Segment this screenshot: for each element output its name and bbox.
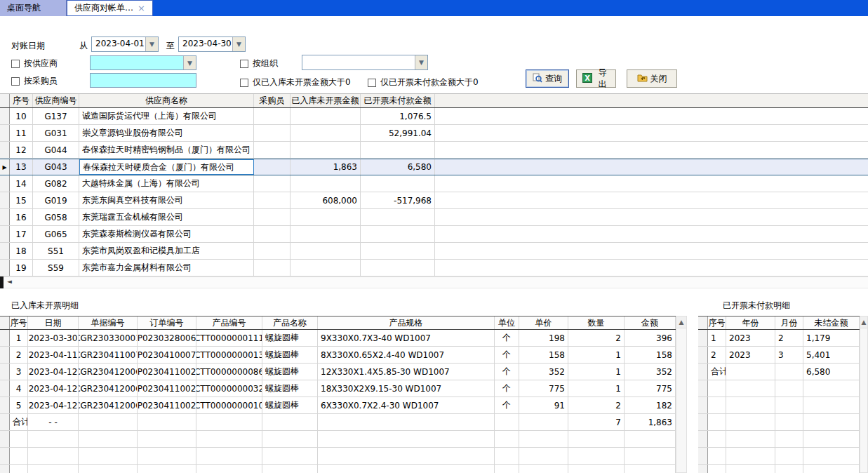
cell[interactable]: 9X330X0.7X3-40 WD1007 (318, 330, 495, 346)
chevron-down-icon[interactable]: ▼ (415, 55, 427, 69)
cell[interactable]: P0230411002 (138, 397, 196, 413)
cell[interactable] (254, 108, 291, 124)
cell[interactable]: 东莞瑞霆五金机械有限公司 (79, 209, 254, 225)
cell[interactable] (254, 142, 291, 158)
scroll-up-icon[interactable]: ▲ (862, 319, 867, 326)
cell[interactable]: 1 (568, 364, 625, 380)
cell[interactable]: 2 (568, 330, 625, 346)
row-header-cell[interactable] (0, 397, 10, 413)
cell[interactable]: 春保森拉天时硬质合金（厦门）有限公司 (79, 159, 254, 175)
table-row[interactable]: 22023-04-11CGR230411007P0230410007CTT000… (0, 347, 676, 364)
cell[interactable]: 2023-04-12 (28, 364, 79, 380)
cell[interactable]: 52,991.04 (361, 125, 435, 141)
header-cell[interactable]: 供应商编号 (33, 94, 79, 107)
close-button[interactable]: 关闭 (627, 69, 677, 88)
cell[interactable]: 2 (10, 347, 28, 363)
row-header-cell[interactable] (0, 260, 10, 276)
header-cell[interactable]: 单位 (495, 317, 519, 329)
header-cell[interactable]: 年份 (726, 317, 775, 329)
cell[interactable]: P0230411002 (138, 364, 196, 380)
cell[interactable]: 775 (519, 380, 568, 397)
cell[interactable]: 螺旋圆棒 (262, 364, 318, 380)
header-cell[interactable]: 未结金额 (803, 317, 860, 329)
header-cell[interactable]: 采购员 (254, 94, 291, 107)
cell[interactable]: 螺旋圆棒 (262, 380, 318, 397)
cell[interactable]: 2023-04-12 (28, 380, 79, 397)
cell[interactable]: 17 (10, 226, 33, 242)
header-cell[interactable]: 数量 (568, 317, 625, 329)
row-header-cell[interactable] (0, 364, 10, 380)
buyer-input[interactable] (90, 73, 196, 88)
invoiced-table-scrollbar[interactable]: ▲ (860, 316, 868, 473)
row-header-cell[interactable] (698, 330, 708, 346)
by-org-checkbox[interactable]: 按组织 (240, 58, 278, 69)
header-cell[interactable]: 序号 (10, 317, 28, 329)
cell[interactable] (291, 243, 361, 259)
scroll-left-icon[interactable]: ◄ (7, 278, 12, 285)
cell[interactable]: 个 (495, 364, 519, 380)
org-combo[interactable]: ▼ (302, 55, 428, 70)
table-row[interactable]: 10G137诚造国际货运代理（上海）有限公司1,076.5 (0, 108, 868, 125)
cell[interactable]: 158 (519, 347, 568, 363)
cell[interactable]: 1 (568, 380, 625, 397)
cell[interactable]: 东莞东闽真空科技有限公司 (79, 192, 254, 208)
only-inbound-checkbox[interactable]: 仅已入库未开票金额大于0 (240, 76, 351, 88)
cell[interactable]: 14 (10, 175, 33, 192)
table-row[interactable]: 42023-04-12CGR230412006P0230411002CTT000… (0, 380, 676, 397)
row-header-cell[interactable] (698, 347, 708, 363)
cell[interactable]: 2 (708, 347, 726, 363)
cell[interactable] (361, 243, 435, 259)
table-row[interactable]: 15G019东莞东闽真空科技有限公司608,000-517,968 (0, 192, 868, 209)
checkbox-icon[interactable] (240, 79, 248, 87)
header-cell[interactable]: 单据编号 (79, 317, 138, 329)
cell[interactable] (254, 209, 291, 225)
header-cell[interactable]: 月份 (775, 317, 803, 329)
cell[interactable] (254, 226, 291, 242)
cell[interactable]: CGR230330001 (79, 330, 138, 346)
row-header-cell[interactable] (0, 226, 10, 242)
cell[interactable] (291, 108, 361, 124)
row-header-cell[interactable] (0, 192, 10, 208)
cell[interactable]: 1 (10, 330, 28, 346)
cell[interactable]: CTT0000000086 (196, 364, 262, 380)
cell[interactable]: 2 (775, 330, 803, 346)
table-row[interactable]: 19S59东莞市嘉力金属材料有限公司 (0, 260, 868, 277)
date-from-select[interactable]: 2023-04-01 ▼ (91, 36, 159, 52)
cell[interactable]: S59 (33, 260, 79, 276)
checkbox-icon[interactable] (368, 79, 376, 87)
cell[interactable]: 螺旋圆棒 (262, 397, 318, 413)
cell[interactable]: 2 (568, 397, 625, 413)
cell[interactable] (361, 226, 435, 242)
date-to-select[interactable]: 2023-04-30 ▼ (178, 36, 246, 52)
cell[interactable] (291, 226, 361, 242)
cell[interactable] (254, 125, 291, 141)
cell[interactable] (254, 243, 291, 259)
cell[interactable] (291, 125, 361, 141)
header-cell[interactable]: 已入库未开票金额 (291, 94, 361, 107)
cell[interactable]: 个 (495, 330, 519, 346)
cell[interactable]: 91 (519, 397, 568, 413)
cell[interactable]: G065 (33, 226, 79, 242)
header-cell[interactable]: 供应商名称 (79, 94, 254, 107)
checkbox-icon[interactable] (240, 60, 248, 68)
cell[interactable]: G137 (33, 108, 79, 124)
cell[interactable]: 8X330X0.65X2.4-40 WD1007 (318, 347, 495, 363)
cell[interactable] (254, 175, 291, 192)
row-header-cell[interactable] (0, 125, 10, 141)
table-row[interactable]: ▶13G043春保森拉天时硬质合金（厦门）有限公司1,8636,580 (0, 159, 868, 175)
cell[interactable] (291, 260, 361, 276)
row-header-cell[interactable] (0, 142, 10, 158)
scrollbar-splitter[interactable] (0, 277, 4, 288)
cell[interactable]: 158 (625, 347, 676, 363)
cell[interactable]: 2023-03-30 (28, 330, 79, 346)
received-table-scrollbar[interactable]: ▲ (676, 316, 687, 473)
cell[interactable]: 12 (10, 142, 33, 158)
cell[interactable]: 15 (10, 192, 33, 208)
cell[interactable]: P0230328006 (138, 330, 196, 346)
cell[interactable]: CGR230412006 (79, 380, 138, 397)
chevron-down-icon[interactable]: ▼ (183, 56, 196, 69)
supplier-combo[interactable]: ▼ (90, 55, 196, 70)
checkbox-icon[interactable] (11, 60, 20, 68)
by-buyer-checkbox[interactable]: 按采购员 (11, 75, 58, 87)
cell[interactable]: 19 (10, 260, 33, 276)
